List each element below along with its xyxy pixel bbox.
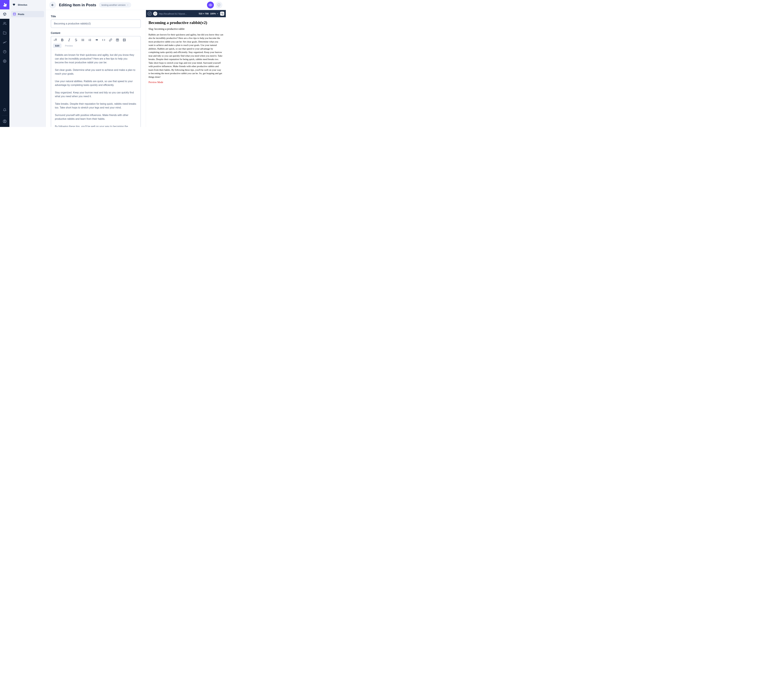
rail-item-settings[interactable] (0, 56, 9, 66)
rail-item-notifications[interactable] (0, 105, 9, 115)
sidebar-header: Directus (9, 0, 46, 9)
shield-check-icon (217, 3, 221, 7)
tab-preview[interactable]: Preview (63, 43, 75, 48)
preview-slug: Slug: becoming-a-productive-rabbit (148, 28, 223, 30)
table-button[interactable] (115, 37, 120, 42)
content-editor[interactable]: Rabbits are known for their quickness an… (51, 50, 141, 127)
main: Editing Item in Posts testing-another-ve… (46, 0, 226, 127)
title-label: Title (51, 15, 141, 18)
svg-point-23 (82, 39, 82, 39)
svg-point-10 (4, 120, 5, 121)
rail-divider (2, 115, 8, 116)
refresh-icon (154, 12, 156, 15)
svg-point-11 (13, 13, 16, 14)
back-button[interactable] (49, 2, 56, 8)
nav-rail (0, 0, 9, 127)
save-button[interactable] (215, 2, 222, 8)
ordered-list-icon (88, 39, 92, 42)
heading-button[interactable]: тT (53, 37, 58, 42)
rail-item-docs[interactable] (0, 47, 9, 56)
sidebar: Directus Posts (9, 0, 46, 127)
wifi-icon (12, 3, 16, 6)
preview-toolbar: http://localhost:5173/post... 510 × 708 … (146, 10, 226, 17)
external-link-icon (148, 12, 151, 15)
page-title: Editing Item in Posts (59, 3, 96, 7)
editor-pane: Title Content тT (46, 10, 146, 127)
app-logo[interactable] (0, 0, 9, 9)
user-circle-icon (3, 120, 6, 123)
rail-item-account[interactable] (0, 116, 9, 126)
svg-point-24 (82, 40, 82, 40)
rail-item-content[interactable] (0, 9, 9, 19)
svg-text:T: T (55, 38, 57, 42)
database-icon (13, 12, 16, 16)
folder-icon (3, 31, 6, 35)
title-input[interactable] (51, 19, 141, 28)
link-icon (109, 39, 112, 42)
strike-button[interactable] (74, 37, 78, 42)
code-icon (102, 39, 105, 42)
eye-icon (209, 3, 212, 7)
tab-edit[interactable]: Edit (53, 43, 61, 48)
rabbit-icon (2, 2, 7, 7)
chart-icon (3, 40, 6, 44)
svg-point-3 (4, 42, 5, 42)
preview-mode-label: Preview Mode (148, 81, 223, 84)
bold-button[interactable] (60, 37, 65, 42)
quote-icon (95, 39, 98, 42)
svg-point-13 (210, 5, 211, 6)
bullet-list-button[interactable] (81, 37, 85, 42)
content-label: Content (51, 32, 141, 34)
sidebar-item-posts[interactable]: Posts (11, 11, 44, 17)
svg-line-18 (69, 39, 70, 41)
rail-item-users[interactable] (0, 19, 9, 28)
box-icon (3, 12, 6, 16)
preview-pane: http://localhost:5173/post... 510 × 708 … (146, 10, 226, 127)
version-selector[interactable]: testing-another-version (99, 2, 131, 8)
editor-toolbar: тT (51, 36, 140, 42)
bullet-list-icon (81, 39, 84, 42)
gear-icon (3, 59, 6, 63)
preview-document: Becoming a productive rabbit(v2) Slug: b… (146, 17, 226, 127)
quote-button[interactable] (94, 37, 99, 42)
refresh-button[interactable] (153, 12, 157, 16)
arrow-left-icon (51, 3, 54, 7)
code-button[interactable] (101, 37, 106, 42)
zoom-selector[interactable]: 100% (210, 12, 219, 15)
svg-text:т: т (54, 39, 55, 41)
zoom-value: 100% (210, 12, 216, 15)
topbar: Editing Item in Posts testing-another-ve… (46, 0, 226, 10)
rail-item-files[interactable] (0, 28, 9, 37)
table-icon (116, 39, 119, 42)
ordered-list-button[interactable] (87, 37, 92, 42)
preview-url[interactable]: http://localhost:5173/post... (159, 12, 197, 15)
svg-point-8 (4, 61, 5, 62)
link-button[interactable] (108, 37, 113, 42)
help-icon (3, 50, 6, 53)
svg-line-34 (149, 13, 150, 14)
sidebar-item-label: Posts (18, 13, 24, 16)
open-external-button[interactable] (148, 12, 152, 16)
svg-point-25 (82, 40, 82, 41)
preview-body: Rabbits are known for their quickness an… (148, 33, 223, 79)
strikethrough-icon (75, 39, 78, 42)
device-button[interactable] (220, 12, 224, 16)
preview-dimensions: 510 × 708 (199, 12, 209, 15)
image-button[interactable] (122, 37, 127, 42)
svg-rect-36 (222, 14, 223, 15)
devices-icon (221, 12, 224, 15)
svg-point-1 (4, 22, 5, 23)
svg-point-33 (124, 39, 124, 40)
app-name: Directus (18, 3, 27, 6)
people-icon (3, 22, 6, 25)
preview-button[interactable] (207, 2, 214, 8)
bell-icon (3, 108, 6, 112)
preview-title: Becoming a productive rabbit(v2) (148, 20, 223, 25)
version-label: testing-another-version (101, 4, 126, 6)
chevron-down-icon (216, 12, 219, 15)
italic-icon (68, 39, 71, 42)
rail-item-insights[interactable] (0, 37, 9, 47)
heading-icon: тT (54, 38, 57, 42)
svg-point-5 (6, 41, 6, 42)
italic-button[interactable] (67, 37, 72, 42)
